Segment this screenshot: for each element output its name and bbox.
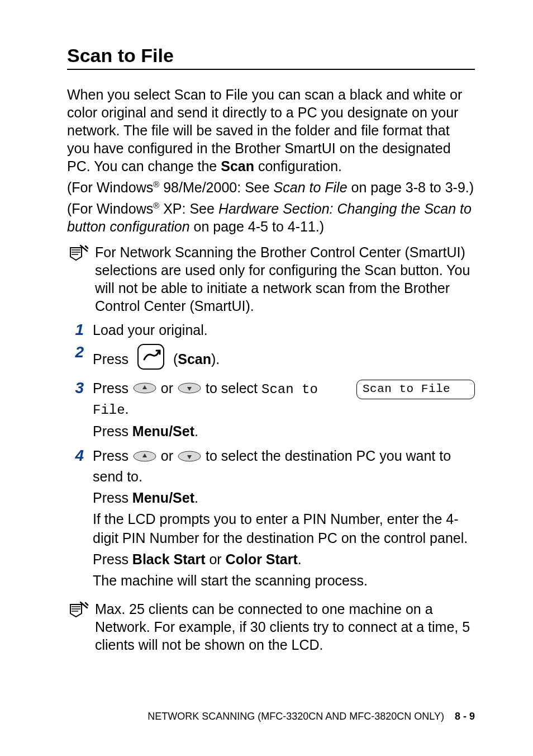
registered-mark-2: ® bbox=[153, 201, 159, 210]
note-icon-2 bbox=[67, 601, 89, 623]
paren-close: ). bbox=[211, 351, 220, 367]
step-3-dot2: . bbox=[194, 423, 198, 439]
step-3-body: Scan to File Press or bbox=[93, 379, 475, 443]
step-4: 4 Press or bbox=[67, 446, 475, 592]
intro-2-italic: Scan to File bbox=[274, 179, 348, 195]
step-num-3: 3 bbox=[67, 379, 84, 398]
step-1: 1 Load your original. bbox=[67, 320, 475, 339]
intro-2c: on page 3-8 to 3-9.) bbox=[348, 179, 474, 195]
svg-rect-0 bbox=[138, 344, 164, 369]
down-arrow-button-icon bbox=[177, 381, 206, 397]
step-4-l4mid: or bbox=[205, 551, 225, 567]
step-3-press: Press bbox=[93, 380, 132, 396]
step-4-l2a: Press bbox=[93, 490, 132, 505]
intro-2a: (For Windows bbox=[67, 179, 153, 195]
intro-3c: on page 4-5 to 4-11.) bbox=[190, 219, 324, 234]
lcd-display: Scan to File bbox=[356, 380, 475, 399]
intro-3a: (For Windows bbox=[67, 201, 153, 216]
page-root: Scan to File When you select Scan to Fil… bbox=[0, 0, 533, 756]
up-arrow-button-icon bbox=[132, 381, 161, 397]
step-4-l3: If the LCD prompts you to enter a PIN Nu… bbox=[93, 509, 475, 547]
paren-open: ( bbox=[173, 351, 178, 367]
down-arrow-button-icon-2 bbox=[177, 450, 206, 465]
step-4-l4b: . bbox=[298, 551, 302, 567]
step-1-body: Load your original. bbox=[93, 320, 475, 339]
note-1-text: For Network Scanning the Brother Control… bbox=[95, 243, 475, 315]
step-4-menuset: Menu/Set bbox=[132, 490, 194, 505]
step-2-paren: (Scan). bbox=[173, 349, 220, 368]
step-2: 2 Press (Scan). bbox=[67, 343, 475, 375]
step-4-l5: The machine will start the scanning proc… bbox=[93, 571, 475, 590]
intro-paragraph-2: (For Windows® 98/Me/2000: See Scan to Fi… bbox=[67, 178, 475, 196]
up-arrow-button-icon-2 bbox=[132, 450, 161, 465]
intro-scan-bold: Scan bbox=[221, 158, 254, 174]
page-number: 8 - 9 bbox=[455, 711, 475, 722]
page-footer: NETWORK SCANNING (MFC-3320CN AND MFC-382… bbox=[67, 711, 475, 722]
intro-3b: XP: See bbox=[159, 201, 218, 216]
step-num-2: 2 bbox=[67, 343, 84, 362]
footer-label: NETWORK SCANNING (MFC-3320CN AND MFC-382… bbox=[147, 711, 444, 722]
scan-button-icon bbox=[136, 343, 165, 375]
step-3-dot: . bbox=[125, 401, 129, 417]
step-4-l2b: . bbox=[194, 490, 198, 505]
note-icon bbox=[67, 244, 89, 267]
step-num-1: 1 bbox=[67, 320, 84, 339]
note-2: Max. 25 clients can be connected to one … bbox=[67, 600, 475, 654]
step-3-or: or bbox=[161, 380, 177, 396]
step-2-body: Press (Scan). bbox=[93, 343, 475, 375]
step-4-or: or bbox=[161, 448, 177, 464]
menu-set-label: Menu/Set bbox=[132, 423, 194, 439]
registered-mark: ® bbox=[153, 179, 159, 189]
intro-2b: 98/Me/2000: See bbox=[159, 179, 273, 195]
note-1: For Network Scanning the Brother Control… bbox=[67, 243, 475, 315]
black-start-label: Black Start bbox=[132, 551, 206, 567]
section-heading: Scan to File bbox=[67, 45, 475, 70]
intro-text-1b: configuration. bbox=[254, 158, 342, 174]
steps-list: 1 Load your original. 2 Press bbox=[67, 320, 475, 592]
step-3-to-select: to select bbox=[206, 380, 261, 396]
step-num-4: 4 bbox=[67, 446, 84, 465]
step-3-press-menu: Press bbox=[93, 423, 132, 439]
scan-label: Scan bbox=[178, 351, 211, 367]
step-4-body: Press or to select t bbox=[93, 446, 475, 592]
intro-paragraph-1: When you select Scan to File you can sca… bbox=[67, 86, 475, 175]
color-start-label: Color Start bbox=[226, 551, 298, 567]
step-3: 3 Scan to File Press or bbox=[67, 379, 475, 443]
step-4-l4a: Press bbox=[93, 551, 132, 567]
step-2-press: Press bbox=[93, 349, 129, 368]
intro-paragraph-3: (For Windows® XP: See Hardware Section: … bbox=[67, 200, 475, 235]
step-4-l1a: Press bbox=[93, 448, 132, 464]
note-2-text: Max. 25 clients can be connected to one … bbox=[95, 600, 475, 654]
